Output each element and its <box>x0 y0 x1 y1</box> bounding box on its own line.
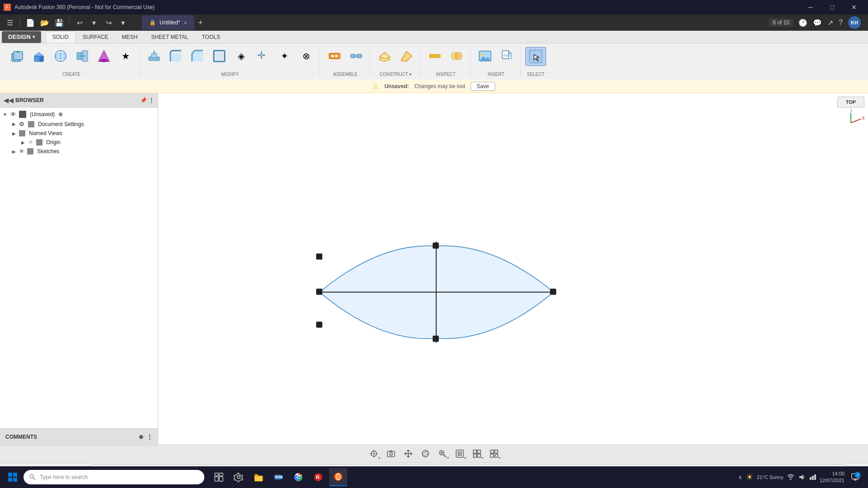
notifications-icon[interactable]: 🕐 <box>798 19 807 27</box>
tree-arrow-doc-settings[interactable]: ▶ <box>11 122 17 127</box>
zoom-dropdown[interactable] <box>435 446 450 461</box>
offset-plane-button[interactable] <box>375 47 395 65</box>
system-clock[interactable]: 14:00 12/07/2021 <box>820 470 844 484</box>
snap-dropdown[interactable] <box>367 446 381 461</box>
tree-arrow-sketches[interactable]: ▶ <box>11 149 17 154</box>
rib-button[interactable]: ★ <box>116 47 136 65</box>
pan-button[interactable] <box>401 446 415 461</box>
task-view-button[interactable] <box>210 468 228 486</box>
comments-menu-icon[interactable]: ⋮ <box>147 434 152 440</box>
delete-icon: ⊗ <box>299 49 313 63</box>
taskbar-settings-button[interactable] <box>230 468 248 486</box>
canvas-area[interactable]: TOP X Y <box>158 93 868 445</box>
select-button[interactable] <box>525 47 546 66</box>
undo-dropdown[interactable]: ▾ <box>88 16 100 29</box>
press-pull-button[interactable] <box>144 47 164 65</box>
move-button[interactable]: ✛ <box>253 47 273 65</box>
close-button[interactable]: ✕ <box>844 0 864 14</box>
undo-button[interactable]: ↩ <box>73 16 86 29</box>
comments-add-icon[interactable]: ⊕ <box>139 434 143 440</box>
orbit-button[interactable] <box>418 446 433 461</box>
interference-button[interactable] <box>447 47 467 65</box>
weather-text[interactable]: 21°C Sunny <box>757 474 783 480</box>
help-icon[interactable]: ? <box>839 19 843 27</box>
view-cube[interactable]: TOP <box>837 97 864 108</box>
draft-button[interactable]: ◈ <box>231 47 251 65</box>
root-eye-icon[interactable]: 👁 <box>10 111 16 118</box>
capture-button[interactable] <box>384 446 398 461</box>
ribbon-group-insert: SVG INSERT <box>472 45 521 78</box>
ribbon-tab-sheet-metal[interactable]: SHEET METAL <box>145 31 194 43</box>
taskbar-search[interactable]: Type here to search <box>24 470 204 484</box>
extrude-icon <box>32 49 46 63</box>
root-folder-icon <box>19 111 26 118</box>
joint-button[interactable] <box>325 47 344 65</box>
as-built-joint-button[interactable] <box>346 47 366 65</box>
redo-dropdown[interactable]: ▾ <box>117 16 129 29</box>
browser-collapse-icon[interactable]: ◀◀ <box>4 97 14 104</box>
loft-button[interactable] <box>94 47 114 65</box>
app-menu-button[interactable]: ☰ <box>4 16 16 29</box>
sketches-eye-icon[interactable]: 👁 <box>19 148 24 155</box>
display-dropdown[interactable] <box>453 446 467 461</box>
ribbon-tab-solid[interactable]: SOLID <box>46 31 75 43</box>
extrude-button[interactable] <box>29 47 49 65</box>
tree-item-named-views[interactable]: ▶ Named Views <box>0 129 158 138</box>
maximize-button[interactable]: □ <box>822 0 843 14</box>
root-badge[interactable]: ⊕ <box>58 111 63 117</box>
design-dropdown-button[interactable]: DESIGN ▾ <box>2 31 41 43</box>
tree-item-root[interactable]: ▼ 👁 (Unsaved) ⊕ <box>0 109 158 119</box>
browser-menu-icon[interactable]: ⋮ <box>149 97 154 103</box>
file-explorer-button[interactable] <box>250 468 268 486</box>
share-icon[interactable]: ↗ <box>827 19 833 27</box>
svg-rect-76 <box>495 450 498 453</box>
delete-button[interactable]: ⊗ <box>296 47 316 65</box>
red-app-button[interactable]: R <box>309 468 327 486</box>
ribbon-tab-surface[interactable]: SURFACE <box>76 31 115 43</box>
new-component-button[interactable] <box>7 47 27 65</box>
chrome-button[interactable] <box>289 468 307 486</box>
minimize-button[interactable]: ─ <box>800 0 821 14</box>
sweep-button[interactable] <box>72 47 92 65</box>
insert-image-button[interactable] <box>475 47 495 65</box>
more-dropdown[interactable] <box>487 446 501 461</box>
origin-eye-icon[interactable]: 👁 <box>28 139 33 145</box>
fusion-app-button[interactable] <box>329 468 347 486</box>
user-avatar[interactable]: KH <box>848 16 861 29</box>
notification-badge: 3 <box>854 472 861 478</box>
tree-item-doc-settings[interactable]: ▶ ⚙ Document Settings <box>0 119 158 129</box>
redo-button[interactable]: ↪ <box>102 16 115 29</box>
start-button[interactable] <box>2 466 24 488</box>
fillet-button[interactable] <box>166 47 186 65</box>
ram-app-button[interactable]: RAM <box>269 468 288 486</box>
tab-close-icon[interactable]: ✕ <box>184 20 187 25</box>
insert-svg-button[interactable]: SVG <box>497 47 517 65</box>
open-file-button[interactable]: 📂 <box>38 16 51 29</box>
tree-item-sketches[interactable]: ▶ 👁 Sketches <box>0 147 158 156</box>
shell-button[interactable] <box>209 47 229 65</box>
axis-indicator: X Y <box>837 109 864 136</box>
browser-pin-icon[interactable]: 📌 <box>140 97 147 103</box>
grid-dropdown[interactable] <box>470 446 484 461</box>
tree-arrow-named-views[interactable]: ▶ <box>11 131 17 136</box>
ribbon-tab-tools[interactable]: TOOLS <box>195 31 226 43</box>
tree-item-origin[interactable]: ▶ 👁 Origin <box>0 138 158 147</box>
show-hidden-icons[interactable]: ∧ <box>738 474 742 480</box>
chamfer-button[interactable] <box>188 47 208 65</box>
measure-button[interactable] <box>425 47 445 65</box>
save-button[interactable]: Save <box>471 82 495 91</box>
save-button[interactable]: 💾 <box>53 16 66 29</box>
tree-arrow-root[interactable]: ▼ <box>2 112 8 117</box>
notification-center-button[interactable]: 3 <box>848 470 863 484</box>
svg-rect-20 <box>216 52 223 60</box>
ribbon-tab-mesh[interactable]: MESH <box>116 31 144 43</box>
plane-at-angle-button[interactable] <box>396 47 416 65</box>
unsaved-label: Unsaved: <box>384 83 409 89</box>
revolve-button[interactable] <box>51 47 71 65</box>
tree-arrow-origin[interactable]: ▶ <box>20 140 26 145</box>
new-tab-button[interactable]: + <box>196 16 205 29</box>
active-tab[interactable]: 🔒 Untitled* ✕ <box>142 15 194 30</box>
chat-icon[interactable]: 💬 <box>813 19 822 27</box>
new-file-button[interactable]: 📄 <box>24 16 37 29</box>
align-button[interactable]: ✦ <box>274 47 294 65</box>
